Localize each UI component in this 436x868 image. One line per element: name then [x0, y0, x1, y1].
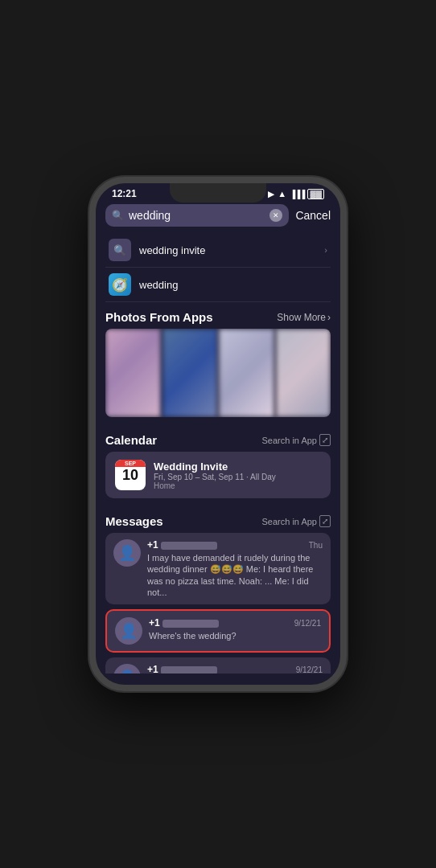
messages-search-in-app[interactable]: Search in App ⤢ [262, 515, 331, 527]
photos-section-title: Photos From Apps [105, 310, 213, 324]
msg-time-2: 9/12/21 [294, 619, 321, 628]
calendar-section-header: Calendar Search in App ⤢ [105, 425, 331, 452]
photo-cell-3[interactable] [219, 329, 274, 417]
cal-event-location: Home [154, 481, 321, 490]
photos-show-more[interactable]: Show More › [277, 312, 331, 323]
messages-section-header: Messages Search in App ⤢ [105, 506, 331, 533]
signal-icon: ▐▐▐ [290, 190, 304, 199]
status-time: 12:21 [112, 188, 137, 199]
cal-info: Wedding Invite Fri, Sep 10 – Sat, Sep 11… [154, 461, 321, 490]
blurred-name-1 [161, 542, 217, 550]
suggestions-list: 🔍 wedding invite › 🧭 wedding [105, 233, 331, 302]
avatar-icon-2: 👤 [120, 622, 138, 640]
msg-time-3: 9/12/21 [296, 665, 323, 674]
msg-content-1: +1 Thu I may have demanded it rudely dur… [147, 539, 323, 598]
photos-grid[interactable] [105, 329, 331, 417]
suggestion-text-1: wedding [139, 279, 327, 291]
calendar-card[interactable]: SEP 10 Wedding Invite Fri, Sep 10 – Sat,… [105, 452, 331, 498]
status-icons: ▶ ▲ ▐▐▐ ▓▓ [268, 189, 324, 199]
msg-sender-2: +1 [149, 617, 219, 628]
screen-content: 🔍 wedding ✕ Cancel 🔍 wedding invite › 🧭 [96, 201, 340, 674]
photo-cell-1[interactable] [105, 329, 161, 417]
photo-cell-4[interactable] [276, 329, 331, 417]
msg-preview-2: Where's the wedding? [149, 630, 321, 641]
search-input-wrap[interactable]: 🔍 wedding ✕ [105, 204, 289, 227]
search-bar: 🔍 wedding ✕ Cancel [105, 204, 331, 227]
search-clear-button[interactable]: ✕ [269, 209, 282, 222]
msg-header-3: +1 9/12/21 [147, 664, 323, 674]
blurred-name-2 [162, 620, 219, 628]
messages-search-in-app-icon: ⤢ [319, 515, 331, 527]
msg-content-2: +1 9/12/21 Where's the wedding? [149, 617, 321, 641]
blurred-name-3 [161, 666, 217, 674]
suggestion-search-icon: 🔍 [109, 239, 131, 261]
message-card-1[interactable]: 👤 +1 Thu I may have demanded it rudely d… [105, 533, 331, 604]
messages-section-title: Messages [105, 514, 163, 528]
cal-day: 10 [122, 468, 138, 482]
suggestion-arrow-0: › [324, 245, 327, 255]
avatar-3: 👤 [113, 664, 141, 674]
message-card-3[interactable]: 👤 +1 9/12/21 Did Matthew ever respond ab… [105, 657, 331, 674]
phone-frame: 12:21 ▶ ▲ ▐▐▐ ▓▓ 🔍 wedding ✕ Cancel [89, 177, 347, 691]
show-more-chevron: › [327, 312, 331, 323]
search-in-app-icon: ⤢ [319, 434, 331, 446]
calendar-search-in-app[interactable]: Search in App ⤢ [262, 434, 331, 446]
avatar-icon-1: 👤 [118, 544, 136, 562]
messages-section: Messages Search in App ⤢ 👤 +1 [105, 506, 331, 674]
avatar-2: 👤 [115, 617, 142, 645]
photo-cell-2[interactable] [162, 329, 218, 417]
photos-section-header: Photos From Apps Show More › [105, 302, 331, 329]
phone-screen: 12:21 ▶ ▲ ▐▐▐ ▓▓ 🔍 wedding ✕ Cancel [96, 183, 340, 685]
msg-header-1: +1 Thu [147, 539, 323, 551]
calendar-icon: SEP 10 [115, 460, 146, 490]
suggestion-text-0: wedding invite [139, 244, 316, 256]
msg-content-3: +1 9/12/21 Did Matthew ever respond abou… [147, 664, 323, 674]
msg-time-1: Thu [309, 541, 323, 550]
safari-icon: 🧭 [109, 273, 131, 296]
cancel-button[interactable]: Cancel [295, 209, 331, 222]
msg-header-2: +1 9/12/21 [149, 617, 321, 628]
notch [170, 183, 266, 203]
battery-icon: ▓▓ [307, 189, 324, 199]
message-card-2[interactable]: 👤 +1 9/12/21 Where's the wedding? [105, 609, 331, 653]
location-icon: ▶ [268, 190, 274, 199]
msg-sender-3: +1 [147, 664, 217, 674]
avatar-icon-3: 👤 [118, 669, 136, 674]
calendar-section: Calendar Search in App ⤢ SEP 10 Wedding … [105, 425, 331, 498]
clear-icon: ✕ [273, 211, 279, 219]
cal-month: SEP [115, 460, 146, 467]
cal-event-title: Wedding Invite [154, 461, 321, 473]
msg-preview-1: I may have demanded it rudely during the… [147, 552, 323, 598]
avatar-1: 👤 [113, 539, 141, 567]
cal-event-date: Fri, Sep 10 – Sat, Sep 11 · All Day [154, 473, 321, 481]
suggestion-item[interactable]: 🔍 wedding invite › [105, 233, 331, 268]
suggestion-item-safari[interactable]: 🧭 wedding [105, 268, 331, 302]
calendar-section-title: Calendar [105, 433, 157, 447]
search-icon: 🔍 [112, 210, 124, 221]
wifi-icon: ▲ [278, 189, 286, 199]
msg-sender-1: +1 [147, 539, 217, 551]
search-query: wedding [129, 209, 265, 222]
